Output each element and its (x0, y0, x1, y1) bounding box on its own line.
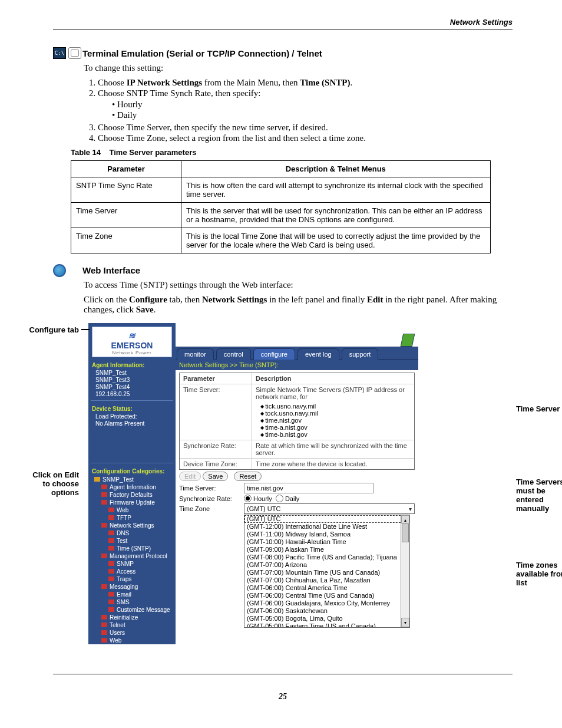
tz-option[interactable]: (GMT-12:00) International Date Line West (244, 523, 409, 531)
annot-serverlist: Time Server list (516, 404, 562, 413)
tab-support[interactable]: support (342, 348, 379, 360)
cmd-icon: C:\ (53, 47, 66, 59)
page-header: Network Settings (53, 18, 513, 29)
th-parameter: Parameter (71, 161, 181, 177)
tree-item[interactable]: Email (88, 591, 176, 598)
tz-option[interactable]: (GMT-07:00) Chihuahua, La Paz, Mazatlan (244, 577, 409, 584)
tree-item[interactable]: Agent Information (88, 483, 176, 491)
tree-item[interactable]: Telnet (88, 621, 176, 629)
server-item: time-b.nist.gov (260, 431, 411, 438)
config-tree[interactable]: SNMP_TestAgent InformationFactory Defaul… (88, 476, 176, 644)
sheet-icon (68, 47, 81, 59)
page-number: 25 (53, 674, 513, 701)
tree-item[interactable]: Traps (88, 575, 176, 583)
main-panel: monitor control configure event log supp… (176, 323, 418, 644)
scroll-down-icon[interactable]: ▾ (401, 618, 409, 627)
folder-icon (108, 561, 114, 566)
th-desc: Description & Telnet Menus (181, 161, 491, 177)
annot-servers-manual: Time Servers must be entered manually (516, 477, 562, 513)
folder-icon (108, 531, 114, 535)
tab-monitor[interactable]: monitor (177, 348, 214, 360)
bullet-daily: Daily (112, 110, 513, 120)
td-sntp: SNTP Time Sync Rate (71, 177, 181, 203)
scrollbar[interactable]: ▴ ▾ (401, 515, 409, 627)
brand-logo: ≋ EMERSON Network Power (92, 327, 172, 357)
folder-icon (101, 554, 107, 558)
tab-eventlog[interactable]: event log (297, 348, 339, 360)
tab-bar: monitor control configure event log supp… (176, 347, 418, 360)
tree-item[interactable]: Firmware Update (88, 499, 176, 506)
tree-item[interactable]: Reinitialize (88, 614, 176, 621)
web-screenshot: ≋ EMERSON Network Power Agent Informatio… (88, 323, 418, 644)
tree-item[interactable]: Factory Defaults (88, 491, 176, 499)
section-title-telnet: Terminal Emulation (Serial or TCP/IP Con… (82, 47, 513, 58)
tz-option[interactable]: (GMT-09:00) Alaskan Time (244, 546, 409, 554)
web-intro: To access Time (SNTP) settings through t… (84, 280, 513, 290)
tree-item[interactable]: Web (88, 506, 176, 514)
annot-tz-list: Time zones available from list (516, 561, 562, 587)
tz-option[interactable]: (GMT-07:00) Arizona (244, 561, 409, 569)
step-4: Choose Time Zone, select a region from t… (98, 133, 513, 143)
tree-item[interactable]: Management Protocol (88, 552, 176, 560)
folder-icon (101, 500, 107, 505)
folder-icon (101, 523, 107, 528)
tz-option[interactable]: (GMT-08:00) Pacific Time (US and Canada)… (244, 554, 409, 561)
tz-dropdown[interactable]: (GMT) UTC(GMT-12:00) International Date … (244, 515, 410, 628)
radio-daily[interactable] (276, 495, 283, 502)
tab-configure[interactable]: configure (253, 348, 295, 360)
edit-button[interactable]: Edit (179, 472, 201, 481)
table-caption: Table 14 Time Server parameters (71, 148, 513, 157)
folder-icon (108, 592, 114, 597)
tz-option[interactable]: (GMT-10:00) Hawaii-Aleutian Time (244, 538, 409, 546)
tz-option[interactable]: (GMT-06:00) Central America Time (244, 584, 409, 592)
tree-item[interactable]: Test (88, 537, 176, 545)
tree-item[interactable]: Time (SNTP) (88, 545, 176, 552)
tree-item[interactable]: Users (88, 629, 176, 637)
tz-option[interactable]: (GMT-07:00) Mountain Time (US and Canada… (244, 569, 409, 577)
glyph-icon (401, 334, 415, 347)
tz-option[interactable]: (GMT-05:00) Bogota, Lima, Quito (244, 615, 409, 622)
time-server-input[interactable] (244, 483, 373, 493)
bullet-hourly: Hourly (112, 100, 513, 110)
save-button[interactable]: Save (203, 472, 228, 481)
breadcrumb: Network Settings >> Time (SNTP): (176, 360, 418, 370)
folder-icon (108, 538, 114, 543)
tree-item[interactable]: TFTP (88, 514, 176, 522)
radio-hourly[interactable] (244, 495, 252, 502)
folder-icon (108, 508, 114, 512)
tree-item[interactable]: SNMP (88, 560, 176, 568)
tab-control[interactable]: control (216, 348, 251, 360)
web-instructions: Click on the Configure tab, then Network… (84, 295, 513, 315)
tz-option[interactable]: (GMT-05:00) Eastern Time (US and Canada) (244, 622, 409, 628)
tz-select[interactable]: (GMT) UTC▾ (244, 503, 415, 514)
server-item: time-a.nist.gov (260, 424, 411, 431)
tree-item[interactable]: Network Settings (88, 522, 176, 529)
annot-configure: Configure tab (28, 325, 79, 334)
tz-option[interactable]: (GMT-06:00) Guadalajara, Mexico City, Mo… (244, 599, 409, 607)
tree-item[interactable]: SMS (88, 598, 176, 606)
step-3: Choose Time Server, then specify the new… (98, 123, 513, 133)
folder-icon (108, 569, 114, 574)
tree-item[interactable]: DNS (88, 529, 176, 537)
folder-icon (101, 485, 107, 489)
sidebar: ≋ EMERSON Network Power Agent Informatio… (88, 323, 176, 644)
tree-item[interactable]: Access (88, 568, 176, 575)
button-bar: Edit Save Reset (179, 472, 415, 480)
folder-icon (108, 599, 114, 604)
tree-item[interactable]: SNMP_Test (88, 476, 176, 483)
reset-button[interactable]: Reset (234, 472, 262, 481)
tz-option[interactable]: (GMT) UTC (244, 515, 409, 523)
time-server-table: Parameter Description & Telnet Menus SNT… (71, 160, 491, 253)
step-2: Choose SNTP Time Synch Rate, then specif… (98, 88, 513, 120)
globe-icon (53, 264, 66, 277)
folder-icon (101, 584, 107, 589)
tz-option[interactable]: (GMT-06:00) Saskatchewan (244, 607, 409, 615)
tz-option[interactable]: (GMT-11:00) Midway Island, Samoa (244, 531, 409, 538)
tree-item[interactable]: Web (88, 637, 176, 644)
folder-icon (108, 515, 114, 520)
server-item: time.nist.gov (260, 417, 411, 424)
tree-item[interactable]: Customize Message (88, 606, 176, 614)
tz-option[interactable]: (GMT-06:00) Central Time (US and Canada) (244, 592, 409, 599)
tree-item[interactable]: Messaging (88, 583, 176, 591)
folder-icon (101, 638, 107, 643)
